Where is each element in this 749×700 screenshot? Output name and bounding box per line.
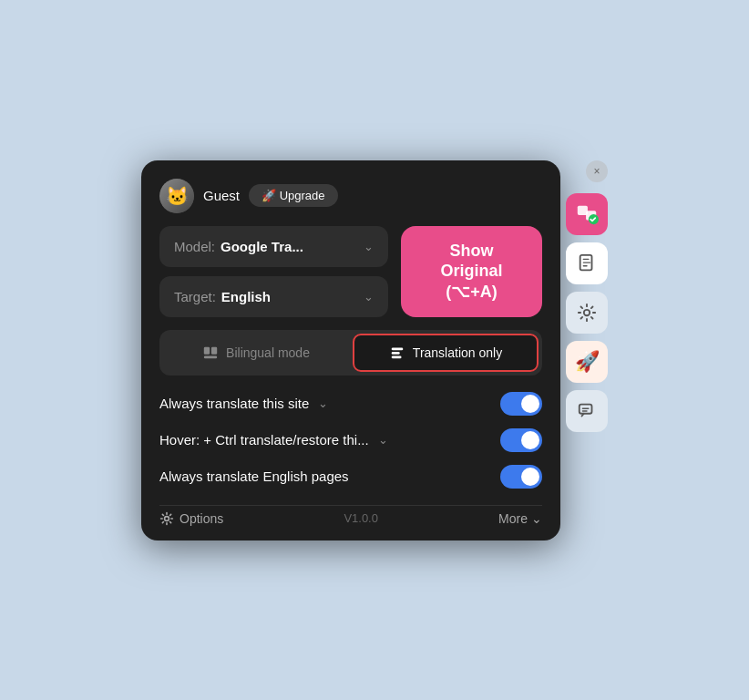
avatar: 🐱 xyxy=(159,179,194,213)
svg-rect-1 xyxy=(211,346,217,354)
toggle-label-3: Always translate English pages xyxy=(159,468,349,484)
model-selector[interactable]: Model: Google Tra... ⌄ xyxy=(159,226,388,267)
target-label: Target: xyxy=(174,289,216,304)
translation-icon xyxy=(389,345,405,361)
selectors-left: Model: Google Tra... ⌄ Target: English ⌄ xyxy=(159,226,388,317)
toggle-row-1: Always translate this site ⌄ xyxy=(159,392,542,416)
svg-point-6 xyxy=(165,516,169,520)
document-icon xyxy=(577,253,597,273)
document-button[interactable] xyxy=(566,242,608,284)
toggles-section: Always translate this site ⌄ Hover: + Ct… xyxy=(159,388,542,492)
header: 🐱 Guest 🚀 Upgrade xyxy=(159,179,542,213)
toggle-hover[interactable] xyxy=(500,428,542,452)
bilingual-mode-button[interactable]: Bilingual mode xyxy=(163,334,349,372)
selectors-row: Model: Google Tra... ⌄ Target: English ⌄… xyxy=(159,226,542,317)
toggle-always-translate[interactable] xyxy=(500,392,542,416)
model-chevron-icon: ⌄ xyxy=(364,240,374,253)
svg-rect-3 xyxy=(392,347,404,350)
rocket-icon: 🚀 xyxy=(575,350,600,374)
sidebar: × 🚀 xyxy=(566,160,608,432)
svg-rect-2 xyxy=(204,355,217,358)
show-original-button[interactable]: Show Original (⌥+A) xyxy=(401,226,542,317)
toggle-row-3: Always translate English pages xyxy=(159,465,542,489)
translation-only-label: Translation only xyxy=(413,345,502,360)
target-value: English xyxy=(221,289,271,304)
bilingual-icon xyxy=(202,345,219,361)
close-button[interactable]: × xyxy=(586,160,608,182)
chat-button[interactable] xyxy=(566,390,608,432)
footer: Options V1.0.0 More ⌄ xyxy=(159,505,542,526)
model-label: Model: xyxy=(174,239,215,254)
main-popup: 🐱 Guest 🚀 Upgrade Model: Google Tra... ⌄… xyxy=(141,160,560,540)
upgrade-button[interactable]: 🚀 Upgrade xyxy=(249,184,337,207)
svg-point-14 xyxy=(584,309,590,314)
toggle-chevron-1: ⌄ xyxy=(318,396,328,410)
target-selector[interactable]: Target: English ⌄ xyxy=(159,276,388,317)
svg-rect-0 xyxy=(204,346,210,354)
toggle-label-2: Hover: + Ctrl translate/restore thi... ⌄ xyxy=(159,432,388,448)
show-original-text: Show Original (⌥+A) xyxy=(440,241,502,303)
gear-icon xyxy=(159,511,174,526)
rocket-button[interactable]: 🚀 xyxy=(566,341,608,383)
target-chevron-icon: ⌄ xyxy=(364,290,374,304)
more-button[interactable]: More ⌄ xyxy=(498,511,542,526)
settings-icon xyxy=(577,303,597,323)
toggle-chevron-2: ⌄ xyxy=(378,433,388,447)
translate-check-icon xyxy=(575,202,599,226)
svg-rect-4 xyxy=(392,352,400,355)
translate-check-button[interactable] xyxy=(566,193,608,235)
mode-row: Bilingual mode Translation only xyxy=(159,330,542,376)
chat-icon xyxy=(577,401,597,421)
toggle-label-1: Always translate this site ⌄ xyxy=(159,396,328,411)
toggle-english-pages[interactable] xyxy=(500,465,542,489)
close-icon: × xyxy=(593,165,600,178)
translation-only-button[interactable]: Translation only xyxy=(353,334,539,372)
options-button[interactable]: Options xyxy=(159,511,223,526)
more-chevron-icon: ⌄ xyxy=(531,511,542,526)
user-name: Guest xyxy=(203,188,240,203)
version-text: V1.0.0 xyxy=(344,511,378,525)
bilingual-label: Bilingual mode xyxy=(226,345,310,360)
svg-rect-5 xyxy=(392,355,402,358)
settings-button[interactable] xyxy=(566,292,608,334)
avatar-image: 🐱 xyxy=(159,179,194,213)
toggle-row-2: Hover: + Ctrl translate/restore thi... ⌄ xyxy=(159,428,542,452)
model-value: Google Tra... xyxy=(221,239,303,254)
